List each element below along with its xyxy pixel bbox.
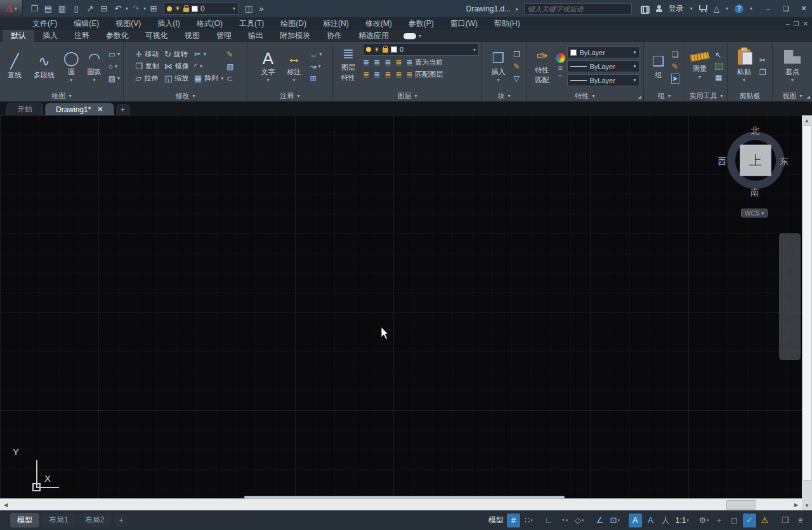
undo-dropdown-icon[interactable]: ▾ (126, 6, 128, 11)
help-search-box[interactable] (524, 3, 632, 15)
viewcube-north-label[interactable]: 北 (750, 126, 759, 137)
leader-button[interactable]: ↝▾ (310, 62, 322, 71)
create-block-button[interactable]: ❒ (514, 50, 521, 59)
tab-insert[interactable]: 插入 (34, 30, 66, 42)
ucs-icon[interactable]: Y X (11, 450, 62, 500)
horizontal-scroll-thumb[interactable] (726, 500, 756, 510)
save-icon[interactable]: ▤ (42, 4, 55, 13)
edit-block-button[interactable]: ✎ (514, 62, 521, 71)
tab-featured-apps[interactable]: 精选应用 (350, 30, 397, 42)
save-to-web-icon[interactable]: ↗ (84, 4, 96, 13)
tab-home[interactable]: 默认 (3, 30, 34, 42)
copy-button[interactable]: ❐复制 (135, 61, 159, 71)
chevron-down-icon[interactable]: ▾ (266, 77, 269, 83)
base-view-button[interactable]: 基点 ▾ (778, 50, 806, 83)
chevron-down-icon[interactable]: ▾ (750, 6, 752, 11)
match-properties-button[interactable]: ✑ 特性 匹配 (531, 48, 554, 85)
tab-manage[interactable]: 管理 (208, 30, 240, 42)
viewcube-south-label[interactable]: 南 (750, 187, 759, 198)
layer-unlock-all-icon[interactable]: ≣ (395, 70, 402, 79)
undo-icon[interactable]: ↶ (112, 4, 124, 13)
text-button[interactable]: A 文字 ▾ (256, 50, 279, 83)
make-current-button[interactable]: ≣置为当前 (406, 58, 443, 67)
customization-menu-button[interactable]: ≡ (794, 514, 807, 527)
chevron-down-icon[interactable]: ▾ (566, 518, 568, 523)
tab-layout1[interactable]: 布局1 (42, 513, 75, 527)
select-similar-button[interactable] (715, 63, 723, 70)
chevron-down-icon[interactable]: ▾ (686, 518, 689, 523)
model-space-toggle[interactable]: 模型 (487, 514, 505, 527)
polar-tracking-toggle[interactable]: ◔▾ (558, 514, 571, 527)
tab-collaborate[interactable]: 协作 (318, 30, 350, 42)
user-icon[interactable] (656, 5, 662, 12)
erase-button[interactable]: ✎ (226, 50, 233, 59)
isometric-drafting-toggle[interactable]: ◇▾ (573, 514, 586, 527)
tab-output[interactable]: 输出 (240, 30, 272, 42)
chevron-down-icon[interactable]: ▾ (707, 518, 709, 523)
tab-parametric[interactable]: 参数化 (98, 30, 137, 42)
tab-model[interactable]: 模型 (10, 513, 39, 527)
panel-properties-label[interactable]: 特性▾ (527, 91, 643, 101)
menu-file[interactable]: 文件(F) (24, 18, 65, 29)
offset-button[interactable]: ⊂ (226, 74, 233, 83)
doc-close-button[interactable]: ✕ (803, 20, 808, 27)
object-color-dropdown[interactable]: ByLayer ▾ (567, 46, 639, 58)
isolate-objects-button[interactable]: ◻ (728, 514, 741, 527)
table-button[interactable]: ⊞ (310, 74, 322, 83)
quick-select-button[interactable]: ↖ (715, 51, 723, 60)
new-drawing-tab-button[interactable]: + (116, 104, 130, 115)
viewcube-east-label[interactable]: 东 (780, 156, 789, 167)
match-layer-button[interactable]: ≣匹配图层 (406, 70, 443, 79)
menu-insert[interactable]: 插入(I) (149, 18, 188, 29)
workspace-icon[interactable]: ◫ (242, 4, 255, 13)
lineweight-dropdown[interactable]: ByLayer ▾ (567, 60, 639, 72)
close-tab-icon[interactable]: ✕ (97, 105, 103, 113)
autodesk-app-icon[interactable]: △ (714, 4, 719, 13)
qat-expand-icon[interactable]: » (255, 4, 268, 13)
circle-button[interactable]: ◯ 圆 ▾ (61, 50, 81, 83)
menu-parametric[interactable]: 参数(P) (400, 18, 442, 29)
panel-block-label[interactable]: 块▾ (482, 91, 526, 101)
tab-visualize[interactable]: 可视化 (137, 30, 176, 42)
chevron-down-icon[interactable]: ▾ (292, 77, 295, 83)
menu-format[interactable]: 格式(O) (188, 18, 231, 29)
color-wheel-icon[interactable] (556, 53, 565, 63)
vertical-scroll-thumb[interactable] (802, 126, 811, 481)
showmotion-icon[interactable]: ⊳ (785, 337, 794, 349)
doc-minimize-button[interactable]: – (786, 20, 790, 27)
stretch-button[interactable]: ▱拉伸 (135, 74, 159, 83)
scroll-up-icon[interactable]: ▲ (802, 115, 812, 126)
panel-annotation-label[interactable]: 注释▾ (247, 91, 332, 101)
menu-edit[interactable]: 编辑(E) (65, 18, 107, 29)
annotation-visibility-toggle[interactable]: A (629, 514, 642, 527)
rotate-button[interactable]: ↻旋转 (164, 49, 189, 59)
menu-tools[interactable]: 工具(T) (231, 18, 272, 29)
polyline-button[interactable]: ∿ 多段线 (29, 53, 59, 80)
help-icon[interactable]: ? (735, 4, 743, 13)
menu-window[interactable]: 窗口(W) (442, 18, 486, 29)
cut-button[interactable]: ✂ (759, 56, 766, 65)
menu-dimension[interactable]: 标注(N) (315, 18, 357, 29)
open-from-web-icon[interactable]: ▯ (70, 4, 82, 13)
tab-start[interactable]: 开始 (6, 103, 43, 115)
chevron-down-icon[interactable]: ▾ (698, 74, 701, 80)
panel-modify-label[interactable]: 修改▾ (124, 91, 247, 101)
help-search-input[interactable] (528, 5, 628, 13)
annotation-monitor-icon[interactable]: ⚠ (758, 514, 771, 527)
menu-help[interactable]: 帮助(H) (486, 18, 528, 29)
grid-toggle[interactable]: # (507, 514, 520, 527)
chevron-down-icon[interactable]: ▾ (743, 77, 745, 83)
chevron-down-icon[interactable]: ▾ (70, 77, 72, 83)
hatch-button[interactable]: ▨▾ (108, 74, 120, 83)
vertical-scrollbar[interactable]: ▲ ▼ (802, 115, 812, 510)
viewcube-top-face[interactable]: 上 (740, 145, 771, 176)
array-button[interactable]: ▦阵列▾ (194, 74, 223, 83)
wcs-dropdown[interactable]: WCS▾ (741, 209, 768, 217)
insert-block-button[interactable]: ❒ 插入 ▾ (487, 50, 511, 83)
measure-button[interactable]: 测量 ▾ (688, 53, 712, 80)
redo-dropdown-icon[interactable]: ▾ (143, 6, 146, 11)
copy-clip-button[interactable]: ❐ (759, 68, 766, 77)
group-button[interactable]: ❏ 组 (648, 53, 669, 80)
open-icon[interactable]: ❐ (28, 4, 41, 13)
drawing-canvas[interactable]: 上 北 南 西 东 WCS▾ ◎ ✥ ⊕ ↻ ⊳ Y X ⁞⁞ ✕ (0, 115, 812, 510)
